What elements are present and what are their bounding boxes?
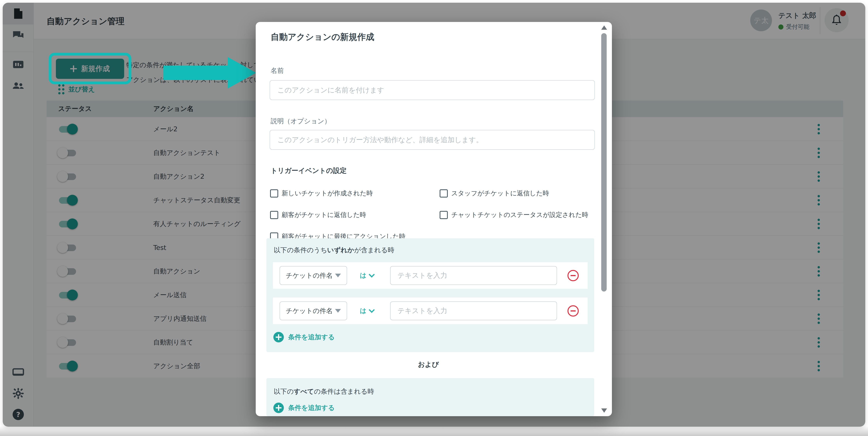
plus-circle-icon [273, 403, 284, 413]
condition-operator-select[interactable]: は [360, 266, 374, 285]
add-condition-button[interactable]: 条件を追加する [273, 403, 335, 413]
scrollbar-thumb[interactable] [601, 33, 607, 291]
condition-operator-value: は [360, 271, 367, 280]
trigger-checkbox-customer-replied[interactable]: 顧客がチケットに返信した時 [270, 210, 366, 219]
remove-condition-button[interactable] [567, 305, 579, 317]
annotation-highlight-box [49, 53, 131, 84]
condition-operator-value: は [360, 307, 367, 315]
scroll-up-arrow-icon[interactable] [601, 25, 607, 30]
plus-circle-icon [273, 332, 284, 342]
condition-row: チケットの件名 は テキストを入力 [273, 297, 588, 324]
condition-group-all: 以下のすべての条件は含まれる時 条件を追加する [267, 378, 594, 416]
condition-value-input[interactable]: テキストを入力 [390, 301, 557, 320]
condition-field-value: チケットの件名 [286, 271, 333, 280]
add-condition-button[interactable]: 条件を追加する [273, 332, 335, 342]
condition-value-placeholder: テキストを入力 [398, 271, 447, 280]
condition-row: チケットの件名 は テキストを入力 [273, 262, 588, 289]
condition-text-prefix: 以下の条件のうち [274, 246, 327, 254]
condition-field-select[interactable]: チケットの件名 [280, 301, 347, 320]
condition-value-placeholder: テキストを入力 [398, 306, 447, 316]
condition-text-suffix: の条件は含まれる時 [314, 387, 374, 395]
condition-field-select[interactable]: チケットの件名 [280, 266, 347, 285]
name-input-placeholder: このアクションに名前を付けます [277, 85, 384, 95]
condition-group-any: 以下の条件のうちいずれかが含まれる時 チケットの件名 は テキストを入力 チケッ… [267, 238, 594, 352]
caret-down-icon [335, 309, 341, 313]
condition-text-prefix: 以下の [274, 387, 294, 395]
description-input[interactable]: このアクションのトリガー方法や動作など、詳細を追加します。 [270, 130, 595, 150]
description-input-placeholder: このアクションのトリガー方法や動作など、詳細を追加します。 [277, 135, 483, 145]
trigger-checkbox-new-ticket[interactable]: 新しいチケットが作成された時 [270, 189, 373, 198]
add-condition-label: 条件を追加する [288, 403, 335, 412]
modal-title: 自動アクションの新規作成 [271, 31, 374, 43]
condition-value-input[interactable]: テキストを入力 [390, 266, 557, 285]
condition-group-any-text: 以下の条件のうちいずれかが含まれる時 [274, 246, 395, 255]
checkbox-icon [440, 190, 448, 198]
checkbox-label: 顧客がチケットに返信した時 [282, 210, 366, 219]
annotation-arrow-icon [163, 57, 256, 89]
trigger-checkbox-chat-status-set[interactable]: チャットチケットのステータスが設定された時 [440, 210, 588, 219]
condition-text-suffix: が含まれる時 [354, 246, 394, 254]
modal-scrollbar[interactable] [601, 22, 608, 416]
condition-group-all-text: 以下のすべての条件は含まれる時 [274, 387, 374, 396]
checkbox-label: チャットチケットのステータスが設定された時 [451, 210, 588, 219]
trigger-checkbox-staff-replied[interactable]: スタッフがチケットに返信した時 [440, 189, 549, 198]
name-input[interactable]: このアクションに名前を付けます [270, 80, 595, 100]
condition-operator-select[interactable]: は [360, 301, 374, 320]
description-label: 説明（オプション） [271, 117, 331, 126]
caret-down-icon [335, 274, 341, 277]
condition-joiner: および [256, 360, 601, 369]
checkbox-label: 新しいチケットが作成された時 [282, 189, 373, 198]
condition-text-bold: いずれか [327, 246, 354, 254]
scroll-down-arrow-icon[interactable] [601, 408, 607, 413]
chevron-down-icon [369, 271, 375, 278]
remove-condition-button[interactable] [567, 270, 579, 281]
name-label: 名前 [271, 66, 284, 75]
create-action-modal: 自動アクションの新規作成 名前 このアクションに名前を付けます 説明（オプション… [256, 22, 612, 416]
page-bottom-strip [0, 426, 868, 436]
add-condition-label: 条件を追加する [288, 333, 335, 342]
chevron-down-icon [369, 307, 375, 313]
condition-text-bold: すべて [294, 387, 314, 395]
checkbox-icon [270, 190, 278, 198]
checkbox-icon [440, 211, 448, 219]
trigger-section-label: トリガーイベントの設定 [271, 166, 347, 175]
checkbox-icon [270, 211, 278, 219]
checkbox-label: スタッフがチケットに返信した時 [451, 189, 549, 198]
condition-field-value: チケットの件名 [286, 307, 333, 315]
